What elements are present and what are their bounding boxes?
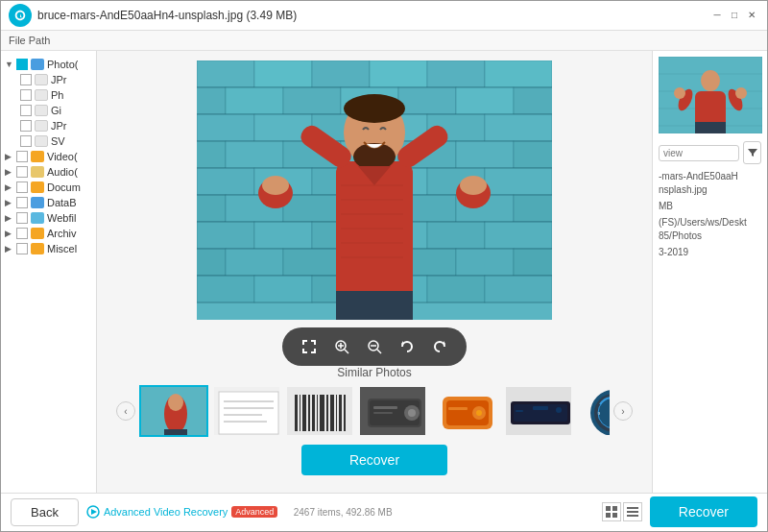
archives-checkbox[interactable] [16,228,28,239]
zoom-out-button[interactable] [361,333,388,360]
svg-rect-1 [197,60,254,87]
svg-rect-27 [197,168,254,195]
svg-point-71 [344,94,405,123]
rotate-right-button[interactable] [426,333,453,360]
sidebar-item-label: SV [51,135,65,147]
thumbnail-2[interactable] [212,385,281,437]
image-icon [35,105,48,116]
svg-rect-162 [606,513,611,518]
list-view-button[interactable] [623,502,642,521]
recover-main-button[interactable]: Recover [301,445,447,475]
sidebar-item-video[interactable]: ▶ Video( [1,149,96,164]
main-layout: ▼ Photo( JPr Ph Gi [1,51,767,493]
right-panel: -mars-AndE50aaH nsplash.jpg MB (FS)/User… [652,51,767,493]
thumbnail-7[interactable]: 12 3 6 9 [577,385,610,437]
svg-point-133 [556,407,562,413]
image-icon [35,89,48,101]
sidebar-item-ph[interactable]: Ph [1,87,96,103]
svg-rect-11 [398,87,456,114]
svg-rect-2 [254,60,312,87]
jp2-checkbox[interactable] [20,120,32,132]
svg-rect-121 [373,406,397,409]
svg-rect-109 [317,395,318,431]
docs-checkbox[interactable] [16,181,28,193]
svg-rect-113 [336,395,337,431]
svg-rect-25 [456,141,514,168]
svg-rect-53 [197,276,254,302]
svg-rect-20 [197,141,226,168]
rotate-left-button[interactable] [394,333,420,360]
advanced-video-button[interactable]: Advanced Video Recovery Advanced [86,505,277,519]
sidebar-item-audio[interactable]: ▶ Audio( [1,164,96,180]
svg-rect-7 [197,87,226,114]
back-button[interactable]: Back [11,498,79,526]
svg-rect-39 [514,195,552,222]
svg-rect-132 [533,406,548,410]
thumbnail-6[interactable] [504,385,573,437]
sidebar-item-jp2[interactable]: JPr [1,118,96,133]
thumbnail-5[interactable] [431,385,500,437]
sidebar-item-label: Photo( [47,59,78,70]
db-checkbox[interactable] [16,197,28,208]
svg-marker-159 [91,509,97,515]
svg-rect-13 [514,87,552,114]
bottom-bar: Back Advanced Video Recovery Advanced 24… [1,493,767,531]
date-value: 3-2019 [659,247,688,257]
video-checkbox[interactable] [16,151,28,162]
gi-checkbox[interactable] [20,105,32,116]
minimize-button[interactable]: ─ [709,8,725,23]
recover-bottom-button[interactable]: Recover [650,496,757,527]
folder-icon [31,59,44,70]
expand-arrow: ▼ [5,60,14,69]
sidebar-item-web[interactable]: ▶ Webfil [1,210,96,226]
sidebar-item-gi[interactable]: Gi [1,103,96,118]
sidebar-item-docs[interactable]: ▶ Docum [1,180,96,195]
svg-rect-98 [219,392,278,434]
filename-info: -mars-AndE50aaH nsplash.jpg [659,170,761,197]
file-path-label: File Path [9,35,50,46]
next-photo-button[interactable]: › [613,401,633,421]
svg-rect-114 [339,395,342,431]
advanced-video-label: Advanced Video Recovery [104,506,228,518]
similar-photos-section: Similar Photos ‹ [107,366,642,437]
file-path-bar: File Path [1,31,767,51]
item-count: 2467 items, 492.86 MB [285,507,392,518]
image-icon [35,74,48,85]
similar-photos-strip: ‹ [116,385,633,437]
svg-rect-4 [370,60,427,87]
svg-point-78 [460,176,487,195]
misc-checkbox[interactable] [16,243,28,254]
view-toggle-buttons [602,502,642,521]
maximize-button[interactable]: □ [727,8,742,23]
sidebar-item-jp1[interactable]: JPr [1,72,96,87]
sv-checkbox[interactable] [20,135,32,147]
sidebar-item-archives[interactable]: ▶ Archiv [1,226,96,241]
search-row [659,141,761,164]
ph-checkbox[interactable] [20,89,32,101]
content-area: Similar Photos ‹ [97,51,652,493]
svg-rect-45 [485,222,552,249]
sidebar-item-db[interactable]: ▶ DataB [1,195,96,210]
sidebar-item-label: Gi [51,105,61,116]
expand-arrow: ▶ [5,229,14,238]
svg-rect-163 [612,513,617,518]
fit-to-screen-button[interactable] [296,333,323,360]
prev-photo-button[interactable]: ‹ [116,401,135,421]
thumbnail-4[interactable] [358,385,427,437]
web-checkbox[interactable] [16,212,28,224]
jp1-checkbox[interactable] [20,74,32,85]
grid-view-button[interactable] [602,502,621,521]
date-info: 3-2019 [659,246,761,259]
photos-checkbox[interactable] [16,59,28,70]
filter-button[interactable] [743,141,761,164]
sidebar-item-sv[interactable]: SV [1,133,96,149]
thumbnail-1[interactable] [139,385,208,437]
search-input[interactable] [659,145,739,161]
thumbnail-3[interactable] [285,385,354,437]
audio-checkbox[interactable] [16,166,28,178]
sidebar-item-photos[interactable]: ▼ Photo( [1,57,96,72]
zoom-in-button[interactable] [328,333,355,360]
close-button[interactable]: ✕ [744,8,759,23]
sidebar-item-misc[interactable]: ▶ Miscel [1,241,96,256]
similar-photos-title: Similar Photos [116,366,633,379]
